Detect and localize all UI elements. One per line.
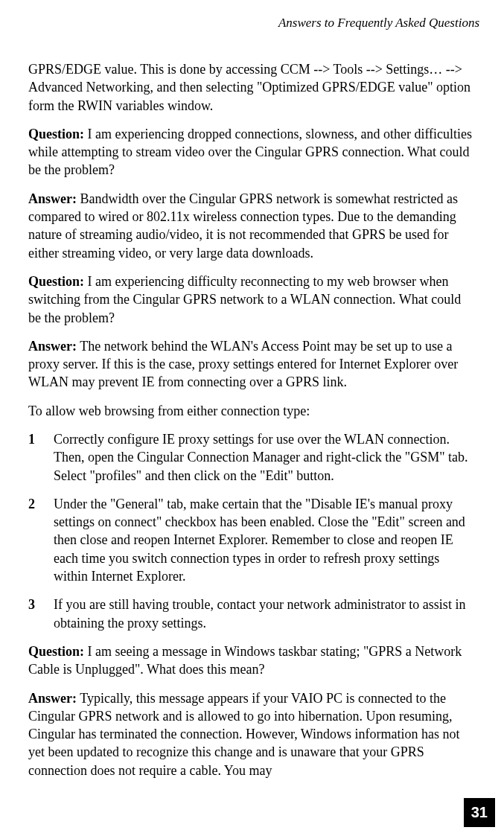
question-label: Question:: [28, 644, 84, 659]
step-text: If you are still having trouble, contact…: [54, 596, 476, 632]
question-text: I am seeing a message in Windows taskbar…: [28, 644, 462, 677]
instructions-intro: To allow web browsing from either connec…: [28, 402, 476, 420]
page-header: Answers to Frequently Asked Questions: [28, 15, 479, 32]
answer-text: Bandwidth over the Cingular GPRS network…: [28, 191, 458, 261]
list-item: 3 If you are still having trouble, conta…: [28, 596, 476, 632]
answer-1: Answer: Bandwidth over the Cingular GPRS…: [28, 190, 476, 262]
answer-3: Answer: Typically, this message appears …: [28, 689, 476, 779]
page-content: GPRS/EDGE value. This is done by accessi…: [28, 60, 476, 779]
step-text: Correctly configure IE proxy settings fo…: [54, 430, 476, 485]
answer-label: Answer:: [28, 191, 77, 206]
intro-paragraph: GPRS/EDGE value. This is done by accessi…: [28, 60, 476, 115]
page-number: 31: [464, 798, 495, 827]
question-1: Question: I am experiencing dropped conn…: [28, 125, 476, 179]
answer-label: Answer:: [28, 339, 77, 354]
step-number: 1: [28, 430, 54, 485]
answer-2: Answer: The network behind the WLAN's Ac…: [28, 337, 476, 392]
list-item: 2 Under the "General" tab, make certain …: [28, 495, 476, 585]
question-label: Question:: [28, 274, 84, 289]
answer-text: The network behind the WLAN's Access Poi…: [28, 339, 458, 390]
step-number: 3: [28, 596, 54, 632]
question-text: I am experiencing difficulty reconnectin…: [28, 274, 461, 325]
question-text: I am experiencing dropped connections, s…: [28, 127, 472, 178]
answer-text: Typically, this message appears if your …: [28, 691, 460, 778]
step-number: 2: [28, 495, 54, 585]
question-2: Question: I am experiencing difficulty r…: [28, 272, 476, 327]
steps-list: 1 Correctly configure IE proxy settings …: [28, 430, 476, 632]
answer-label: Answer:: [28, 691, 77, 706]
step-text: Under the "General" tab, make certain th…: [54, 495, 476, 585]
list-item: 1 Correctly configure IE proxy settings …: [28, 430, 476, 485]
question-3: Question: I am seeing a message in Windo…: [28, 642, 476, 679]
question-label: Question:: [28, 127, 84, 141]
